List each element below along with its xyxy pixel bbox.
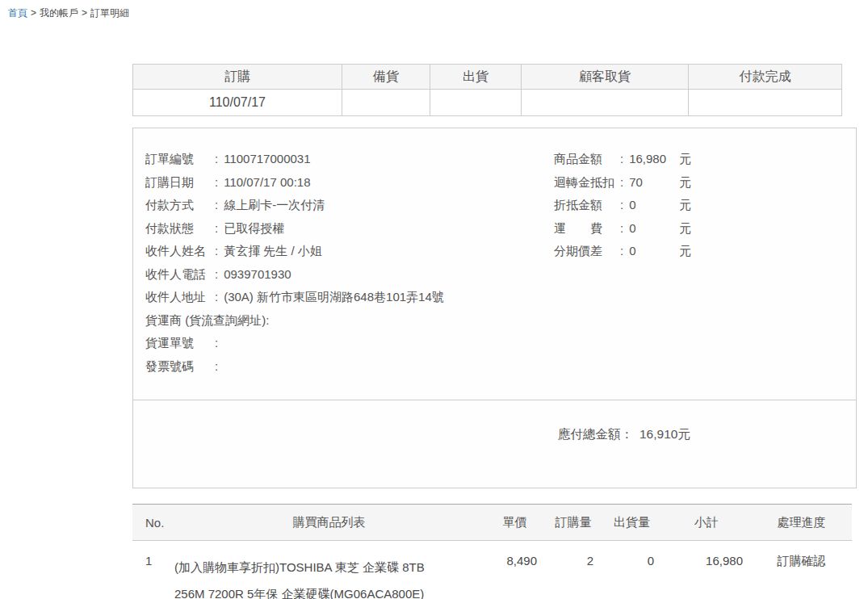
item-process-status: 訂購確認 bbox=[751, 541, 852, 599]
field-label: 貨運單號 bbox=[145, 332, 215, 355]
field-label: 分期價差 bbox=[554, 240, 620, 263]
status-value-row: 110/07/17 bbox=[133, 90, 842, 116]
field-label: 收件人姓名 bbox=[145, 240, 215, 263]
breadcrumb-item-order-detail: 訂單明細 bbox=[90, 7, 129, 19]
field-carrier: 貨運商 (貨流查詢網址): bbox=[145, 309, 554, 333]
field-order-number: 訂單編號:1100717000031 bbox=[145, 148, 554, 171]
item-subtotal: 16,980 bbox=[662, 541, 751, 599]
field-separator: : bbox=[266, 313, 269, 327]
status-header-preparing: 備貨 bbox=[342, 65, 430, 90]
status-value-preparing bbox=[342, 90, 430, 116]
field-order-date: 訂購日期:110/07/17 00:18 bbox=[145, 171, 554, 195]
order-info-left-column: 訂單編號:1100717000031 訂購日期:110/07/17 00:18 … bbox=[145, 148, 554, 383]
order-total-section: 應付總金額：16,910元 bbox=[133, 400, 856, 488]
field-value: 0 bbox=[629, 217, 676, 241]
currency-unit: 元 bbox=[679, 244, 691, 258]
field-label: 發票號碼 bbox=[145, 355, 215, 379]
field-recipient-address: 收件人地址:(30A) 新竹市東區明湖路648巷101弄14號 bbox=[145, 286, 554, 309]
order-info-right-column: 商品金額:16,980元 迴轉金抵扣:70元 折抵金額:0元 運 費:0元 分期… bbox=[554, 148, 844, 383]
items-header-unit-price: 單價 bbox=[484, 505, 545, 541]
breadcrumb-item-my-account[interactable]: 我的帳戶 bbox=[40, 7, 78, 19]
status-value-customer-pickup bbox=[522, 90, 689, 116]
item-product-line1: (加入購物車享折扣)TOSHIBA 東芝 企業碟 8TB bbox=[174, 554, 484, 580]
field-label: 訂購日期 bbox=[145, 171, 215, 195]
field-value: 已取得授權 bbox=[224, 221, 284, 235]
currency-unit: 元 bbox=[679, 221, 691, 235]
items-header-row: No. 購買商品列表 單價 訂購量 出貨量 小計 處理進度 bbox=[132, 505, 852, 541]
field-label: 貨運商 (貨流查詢網址) bbox=[145, 309, 266, 333]
field-label: 付款狀態 bbox=[145, 217, 215, 241]
items-header-subtotal: 小計 bbox=[662, 505, 751, 541]
breadcrumb-separator: > bbox=[82, 7, 87, 19]
field-value: 黃玄揮 先生 / 小姐 bbox=[224, 244, 322, 258]
field-value: 70 bbox=[629, 171, 676, 195]
field-product-amount: 商品金額:16,980元 bbox=[554, 148, 844, 171]
breadcrumb-separator: > bbox=[31, 7, 36, 19]
field-label: 迴轉金抵扣 bbox=[554, 171, 620, 195]
field-rebate-deduction: 迴轉金抵扣:70元 bbox=[554, 171, 844, 195]
field-label: 付款方式 bbox=[145, 194, 215, 217]
field-separator: : bbox=[215, 359, 218, 373]
field-separator: : bbox=[215, 198, 218, 212]
items-header-no: No. bbox=[132, 505, 174, 541]
status-value-payment-complete bbox=[689, 90, 842, 116]
field-shipping-fee: 運 費:0元 bbox=[554, 217, 844, 241]
items-header-order-qty: 訂購量 bbox=[545, 505, 602, 541]
purchased-items-table: No. 購買商品列表 單價 訂購量 出貨量 小計 處理進度 1 (加入購物車享折… bbox=[132, 504, 852, 599]
breadcrumb-link-home[interactable]: 首頁 bbox=[8, 7, 27, 19]
field-label: 折抵金額 bbox=[554, 194, 620, 217]
item-product-name: (加入購物車享折扣)TOSHIBA 東芝 企業碟 8TB 256M 7200R … bbox=[174, 541, 484, 599]
field-label: 收件人電話 bbox=[145, 263, 215, 287]
field-tracking-number: 貨運單號: bbox=[145, 332, 554, 355]
status-value-shipped bbox=[430, 90, 522, 116]
field-separator: : bbox=[215, 175, 218, 189]
field-recipient-name: 收件人姓名:黃玄揮 先生 / 小姐 bbox=[145, 240, 554, 263]
items-header-status: 處理進度 bbox=[751, 505, 852, 541]
field-separator: : bbox=[215, 221, 218, 235]
field-invoice-number: 發票號碼: bbox=[145, 355, 554, 379]
field-payment-status: 付款狀態:已取得授權 bbox=[145, 217, 554, 241]
item-unit-price: 8,490 bbox=[484, 541, 545, 599]
status-value-ordered-date: 110/07/17 bbox=[133, 90, 342, 116]
total-payable-label: 應付總金額： bbox=[558, 427, 633, 441]
breadcrumb: 首頁>我的帳戶>訂單明細 bbox=[0, 0, 868, 18]
order-status-table: 訂購 備貨 出貨 顧客取貨 付款完成 110/07/17 bbox=[132, 64, 842, 116]
field-separator: : bbox=[215, 152, 218, 165]
field-value: 0939701930 bbox=[224, 267, 291, 281]
order-detail-box: 訂單編號:1100717000031 訂購日期:110/07/17 00:18 … bbox=[132, 128, 857, 488]
field-label: 收件人地址 bbox=[145, 286, 215, 309]
field-value: 110/07/17 00:18 bbox=[224, 175, 310, 189]
field-value: 16,980 bbox=[629, 148, 676, 171]
field-recipient-phone: 收件人電話:0939701930 bbox=[145, 263, 554, 287]
field-value: (30A) 新竹市東區明湖路648巷101弄14號 bbox=[224, 290, 444, 304]
field-value: 0 bbox=[629, 240, 676, 263]
field-value: 線上刷卡-一次付清 bbox=[224, 198, 325, 212]
field-label: 訂單編號 bbox=[145, 148, 215, 171]
item-product-line2: 256M 7200R 5年保 企業硬碟(MG06ACA800E) bbox=[174, 580, 484, 599]
field-installment-difference: 分期價差:0元 bbox=[554, 240, 844, 263]
item-row: 1 (加入購物車享折扣)TOSHIBA 東芝 企業碟 8TB 256M 7200… bbox=[132, 541, 852, 599]
item-ship-qty: 0 bbox=[602, 541, 662, 599]
field-separator: : bbox=[620, 221, 623, 235]
field-discount-amount: 折抵金額:0元 bbox=[554, 194, 844, 217]
status-header-ordered: 訂購 bbox=[133, 65, 342, 90]
currency-unit: 元 bbox=[679, 152, 691, 165]
field-payment-method: 付款方式:線上刷卡-一次付清 bbox=[145, 194, 554, 217]
field-separator: : bbox=[620, 175, 623, 189]
field-separator: : bbox=[215, 290, 218, 304]
total-payable-value: 16,910元 bbox=[639, 427, 690, 441]
field-separator: : bbox=[620, 152, 623, 165]
currency-unit: 元 bbox=[679, 198, 691, 212]
main-content: 訂購 備貨 出貨 顧客取貨 付款完成 110/07/17 訂單編號:110071… bbox=[132, 64, 868, 599]
item-order-qty: 2 bbox=[545, 541, 602, 599]
field-separator: : bbox=[215, 244, 218, 258]
status-header-customer-pickup: 顧客取貨 bbox=[522, 65, 689, 90]
status-header-shipped: 出貨 bbox=[430, 65, 522, 90]
field-value: 1100717000031 bbox=[224, 152, 310, 165]
field-value: 0 bbox=[629, 194, 676, 217]
field-label: 運 費 bbox=[554, 217, 620, 241]
status-header-payment-complete: 付款完成 bbox=[689, 65, 842, 90]
field-separator: : bbox=[620, 198, 623, 212]
status-header-row: 訂購 備貨 出貨 顧客取貨 付款完成 bbox=[133, 65, 842, 90]
items-header-ship-qty: 出貨量 bbox=[602, 505, 662, 541]
